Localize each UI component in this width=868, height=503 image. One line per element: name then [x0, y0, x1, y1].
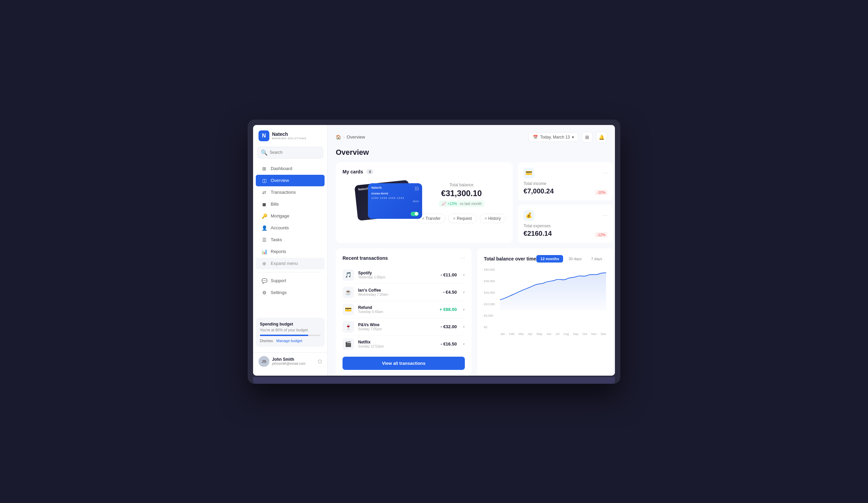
avatar: JS — [258, 356, 269, 367]
tasks-icon: ☰ — [261, 237, 267, 243]
chart-panel: Total balance over time 12 months 30 day… — [477, 248, 613, 376]
budget-actions: Dismiss Manage budget — [260, 339, 320, 343]
content-grid: My cards 4 Natech ))) — [336, 162, 607, 376]
sidebar-item-label: Expand menu — [271, 261, 298, 266]
search-input[interactable] — [270, 150, 320, 155]
transactions-more-button[interactable]: ··· — [461, 255, 465, 261]
mortgage-icon: 🔑 — [261, 213, 267, 219]
x-label-apr: Apr — [528, 332, 533, 336]
progress-fill — [260, 335, 308, 336]
tx-date: Sunday 7:05pm — [358, 327, 436, 331]
tx-date: Wednesday 7:20am — [358, 293, 439, 296]
bottom-row: Recent transactions ··· 🎵 Spotify Yester… — [336, 248, 613, 376]
tx-date: Sunday 12:52pm — [358, 345, 436, 348]
card-holder-name: IOANA RHYE — [368, 192, 422, 195]
sidebar-item-bills[interactable]: ◼ Bills — [256, 199, 324, 210]
tx-name: P&Vs Wine — [358, 323, 436, 327]
tx-expand-icon[interactable]: ▾ — [463, 273, 465, 277]
income-label: Total income — [524, 181, 608, 186]
sidebar-item-transactions[interactable]: ⇄ Transactions — [256, 187, 324, 198]
tx-name: Ian's Coffee — [358, 288, 439, 293]
request-label: Request — [457, 216, 472, 221]
notification-button[interactable]: 🔔 — [596, 132, 607, 143]
tx-date: Yesterday 1:00pm — [358, 275, 436, 279]
income-card-header: 💳 ··· — [524, 168, 608, 178]
expenses-label: Total expenses — [524, 223, 608, 228]
stat-cards: 💳 ··· Total income €7,000.24 -10% — [518, 162, 613, 243]
x-label-jul: Jul — [555, 332, 559, 336]
transactions-panel-header: Recent transactions ··· — [342, 255, 465, 261]
home-icon[interactable]: 🏠 — [336, 135, 341, 139]
sidebar-item-support[interactable]: 💬 Support — [256, 275, 324, 286]
tx-name: Spotify — [358, 271, 436, 275]
dismiss-button[interactable]: Dismiss — [260, 339, 273, 343]
y-label-2: €20,000 — [484, 291, 495, 294]
expenses-more-button[interactable]: ··· — [603, 212, 608, 219]
x-label-feb: Feb — [509, 332, 515, 336]
expenses-icon: 💰 — [524, 210, 534, 221]
manage-budget-button[interactable]: Manage budget — [277, 339, 302, 343]
logo-icon: N — [258, 130, 269, 141]
expenses-row: €2160.14 -12% — [524, 230, 608, 238]
sidebar-item-label: Support — [271, 278, 286, 283]
transactions-icon: ⇄ — [261, 189, 267, 196]
x-label-may: May — [537, 332, 542, 336]
tab-30days[interactable]: 30 days — [565, 255, 586, 262]
request-button[interactable]: Request — [448, 214, 477, 223]
sidebar-item-dashboard[interactable]: ⊞ Dashboard — [256, 163, 324, 175]
transaction-item: 🎵 Spotify Yesterday 1:00pm - €11.00 ▾ — [342, 266, 465, 284]
logout-icon[interactable]: ⬡ — [318, 359, 322, 364]
tx-info: Ian's Coffee Wednesday 7:20am — [358, 288, 439, 296]
card-toggle-dot — [415, 212, 418, 216]
date-picker[interactable]: 📅 Today, March 13 ▾ — [528, 133, 578, 142]
dashboard-icon: ⊞ — [261, 166, 267, 172]
spending-budget: Spending budget You're at 80% of your bu… — [256, 318, 324, 347]
apps-icon-button[interactable]: ⊞ — [582, 132, 592, 143]
sidebar-item-label: Overview — [271, 178, 289, 183]
tab-12months[interactable]: 12 months — [536, 255, 563, 262]
calendar-icon: 📅 — [533, 135, 538, 139]
breadcrumb: 🏠 › Overview — [336, 135, 365, 139]
income-icon: 💳 — [524, 168, 534, 178]
search-box[interactable]: 🔍 — [257, 147, 323, 158]
income-more-button[interactable]: ··· — [603, 170, 608, 176]
history-label: History — [488, 216, 501, 221]
card-toggle[interactable] — [411, 212, 419, 216]
history-button[interactable]: History — [480, 214, 506, 223]
tx-expand-icon[interactable]: ▾ — [463, 342, 465, 346]
sidebar-item-settings[interactable]: ⚙ Settings — [256, 287, 324, 298]
user-area: JS John Smith johnsmith@email.com ⬡ — [253, 352, 327, 370]
cards-panel-title: My cards — [342, 169, 363, 175]
sidebar-item-overview[interactable]: ◫ Overview — [256, 175, 324, 186]
sidebar-item-mortgage[interactable]: 🔑 Mortgage — [256, 210, 324, 222]
tab-7days[interactable]: 7 days — [587, 255, 606, 262]
tx-icon: 🎬 — [342, 338, 354, 350]
sidebar-item-expand[interactable]: ⊕ Expand menu — [256, 258, 324, 269]
sidebar-item-tasks[interactable]: ☰ Tasks — [256, 234, 324, 245]
tx-expand-icon[interactable]: ▾ — [463, 307, 465, 312]
transactions-panel: Recent transactions ··· 🎵 Spotify Yester… — [336, 248, 472, 376]
transaction-item: 💳 Refund Tuesday 5:40am + €88.00 ▾ — [342, 301, 465, 318]
breadcrumb-current: Overview — [347, 135, 365, 139]
accounts-icon: 👤 — [261, 225, 267, 231]
settings-icon: ⚙ — [261, 290, 267, 296]
cards-panel: My cards 4 Natech ))) — [336, 162, 513, 243]
change-value: +13% — [447, 201, 457, 206]
income-stat-card: 💳 ··· Total income €7,000.24 -10% — [518, 162, 613, 200]
income-change: -10% — [595, 190, 608, 195]
tx-expand-icon[interactable]: ▾ — [463, 290, 465, 295]
tx-icon: 💳 — [342, 304, 354, 315]
card-actions: Transfer Request History — [417, 214, 506, 223]
tx-expand-icon[interactable]: ▾ — [463, 325, 465, 329]
chart-svg — [500, 268, 606, 310]
transactions-title: Recent transactions — [342, 255, 388, 261]
sidebar-item-reports[interactable]: 📊 Reports — [256, 246, 324, 258]
view-all-transactions-button[interactable]: View all transactions — [342, 357, 465, 370]
balance-info: Total balance €31,300.10 📈 +13% vs last … — [417, 180, 506, 210]
tx-amount: - €32.00 — [441, 324, 457, 329]
chart-header: Total balance over time 12 months 30 day… — [484, 255, 606, 262]
nav-divider — [258, 272, 322, 272]
x-label-jan: Jan — [500, 332, 505, 336]
chart-area: €40,000 €30,000 €20,000 €10,000 €5,000 €… — [484, 268, 606, 336]
sidebar-item-accounts[interactable]: 👤 Accounts — [256, 222, 324, 234]
